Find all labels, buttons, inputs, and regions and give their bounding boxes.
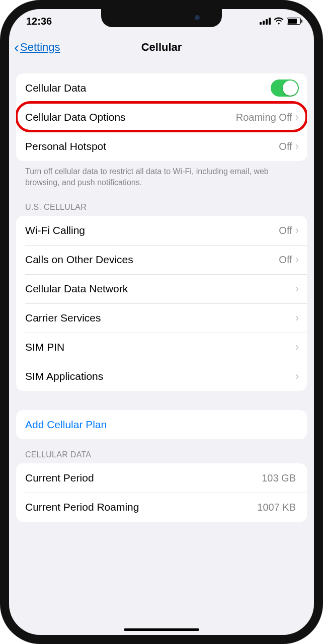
chevron-left-icon: ‹	[14, 40, 19, 55]
section-header-carrier: U.S. CELLULAR	[9, 188, 314, 216]
row-cellular-options[interactable]: Cellular Data Options Roaming Off ›	[16, 103, 307, 132]
chevron-right-icon: ›	[295, 341, 299, 354]
row-value: 1007 KB	[257, 502, 296, 513]
row-label: Carrier Services	[25, 312, 295, 324]
page-title: Cellular	[141, 41, 182, 54]
chevron-right-icon: ›	[295, 253, 299, 266]
volume-down-button	[0, 140, 1, 175]
device-frame: 12:36 ‹ Settings Cellular Cellular	[0, 0, 323, 644]
notch	[101, 9, 222, 27]
row-value: Off	[279, 141, 292, 152]
row-label: Cellular Data	[25, 82, 271, 94]
row-value: 103 GB	[262, 472, 296, 484]
toggle-knob	[283, 80, 298, 96]
row-value: Roaming Off	[236, 112, 292, 123]
row-personal-hotspot[interactable]: Personal Hotspot Off ›	[16, 132, 307, 161]
row-label: Calls on Other Devices	[25, 254, 279, 266]
row-carrier-services[interactable]: Carrier Services ›	[16, 303, 307, 333]
cellular-signal-icon	[260, 18, 271, 25]
row-label: Current Period	[25, 472, 262, 484]
row-add-cellular-plan[interactable]: Add Cellular Plan	[16, 410, 307, 439]
row-wifi-calling[interactable]: Wi-Fi Calling Off ›	[16, 216, 307, 245]
row-label: Wi-Fi Calling	[25, 224, 279, 236]
row-value: Off	[279, 225, 292, 236]
group-carrier: Wi-Fi Calling Off › Calls on Other Devic…	[16, 216, 307, 391]
row-current-period-roaming[interactable]: Current Period Roaming 1007 KB	[16, 493, 307, 522]
section-header-usage: CELLULAR DATA	[9, 439, 314, 463]
status-time: 12:36	[26, 16, 52, 27]
settings-scroll[interactable]: Cellular Data Cellular Data Options Roam…	[9, 61, 314, 635]
silence-switch	[0, 185, 1, 220]
chevron-right-icon: ›	[295, 224, 299, 237]
row-label: Personal Hotspot	[25, 140, 279, 152]
row-cellular-data[interactable]: Cellular Data	[16, 73, 307, 103]
chevron-right-icon: ›	[295, 140, 299, 153]
chevron-right-icon: ›	[295, 311, 299, 325]
row-label: Current Period Roaming	[25, 501, 257, 513]
group-usage: Current Period 103 GB Current Period Roa…	[16, 463, 307, 522]
screen: 12:36 ‹ Settings Cellular Cellular	[9, 9, 314, 635]
row-label: SIM PIN	[25, 341, 295, 353]
row-label: Add Cellular Plan	[25, 419, 299, 431]
home-indicator[interactable]	[124, 628, 199, 631]
row-label: Cellular Data Network	[25, 283, 295, 295]
chevron-right-icon: ›	[295, 282, 299, 295]
row-label: Cellular Data Options	[25, 111, 236, 123]
row-label: SIM Applications	[25, 370, 295, 382]
wifi-icon	[274, 17, 284, 25]
chevron-right-icon: ›	[295, 111, 299, 124]
back-label: Settings	[20, 41, 60, 54]
row-current-period[interactable]: Current Period 103 GB	[16, 463, 307, 493]
status-right	[260, 17, 301, 25]
group-add-plan: Add Cellular Plan	[16, 410, 307, 439]
cellular-data-toggle[interactable]	[271, 79, 299, 97]
row-value: Off	[279, 254, 292, 266]
row-calls-other-devices[interactable]: Calls on Other Devices Off ›	[16, 245, 307, 274]
nav-header: ‹ Settings Cellular	[9, 33, 314, 61]
row-sim-pin[interactable]: SIM PIN ›	[16, 333, 307, 362]
group-footer: Turn off cellular data to restrict all d…	[9, 161, 314, 188]
row-cellular-data-network[interactable]: Cellular Data Network ›	[16, 274, 307, 303]
back-button[interactable]: ‹ Settings	[14, 40, 60, 55]
group-cellular-main: Cellular Data Cellular Data Options Roam…	[16, 73, 307, 161]
row-sim-applications[interactable]: SIM Applications ›	[16, 362, 307, 391]
chevron-right-icon: ›	[295, 370, 299, 383]
volume-up-button	[0, 105, 1, 125]
battery-icon	[287, 18, 301, 25]
